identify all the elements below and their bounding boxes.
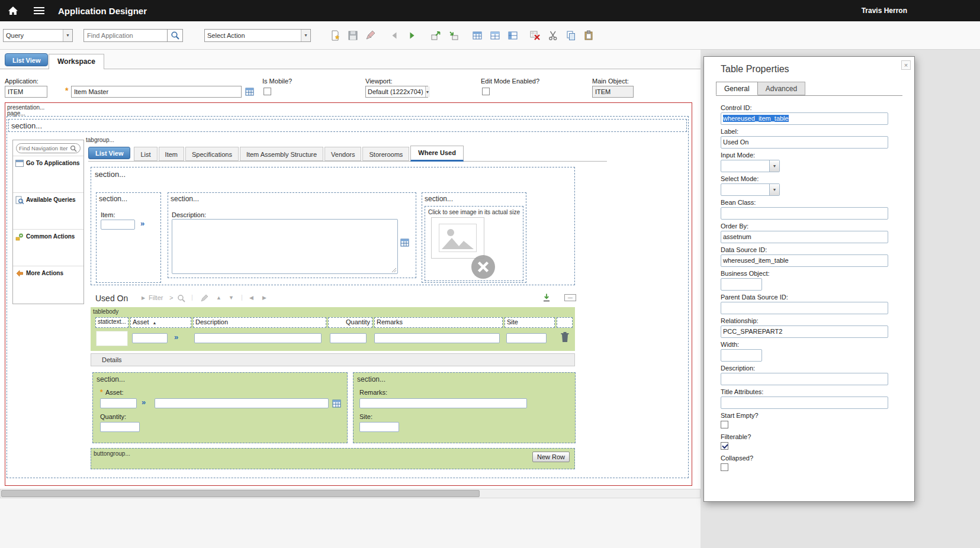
tab-advanced[interactable]: Advanced — [758, 82, 805, 95]
download-table-icon[interactable] — [542, 293, 551, 302]
business-object-input[interactable] — [721, 278, 762, 291]
table-row[interactable]: » — [91, 330, 575, 350]
inner-tab-where-used[interactable]: Where Used — [410, 146, 464, 162]
item-input[interactable] — [101, 220, 135, 230]
inner-tab-list[interactable]: List — [134, 147, 157, 161]
table-grid-button-3[interactable] — [505, 28, 520, 43]
relationship-input[interactable]: PCC_SPAREPART2 — [721, 325, 888, 338]
next-record-button[interactable] — [404, 28, 420, 43]
detail-menu-button[interactable] — [400, 238, 410, 249]
table-grid-button-1[interactable] — [470, 28, 485, 43]
scrollbar-thumb[interactable] — [1, 490, 480, 497]
clear-changes-button[interactable] — [363, 28, 378, 43]
tablebody-control[interactable]: tablebody statictext... Asset ▲ Descript… — [91, 307, 575, 351]
delete-control-button[interactable] — [528, 28, 543, 43]
user-name[interactable]: Travis Herron — [862, 0, 907, 21]
inner-tab-specifications[interactable]: Specifications — [185, 147, 239, 161]
application-description-input[interactable] — [71, 86, 242, 98]
application-id-input[interactable] — [5, 86, 47, 98]
copy-button[interactable] — [563, 28, 579, 43]
save-button[interactable] — [345, 28, 361, 43]
asset-cell-input[interactable] — [132, 333, 168, 343]
item-section[interactable]: section... Item: » — [96, 192, 161, 283]
collapsed-checkbox[interactable] — [721, 463, 728, 471]
column-header-remarks[interactable]: Remarks — [374, 317, 503, 328]
buttongroup-control[interactable]: buttongroup... New Row — [91, 448, 575, 469]
previous-record-button[interactable] — [387, 28, 402, 43]
image-frame[interactable]: Click to see image in its actual size — [425, 206, 523, 281]
paste-button[interactable] — [581, 28, 596, 43]
new-record-button[interactable] — [327, 28, 343, 43]
title-attributes-input[interactable] — [721, 397, 888, 409]
site-cell-input[interactable] — [506, 333, 547, 343]
section-control-strip[interactable]: section... — [8, 119, 687, 132]
query-select[interactable]: Query ▼ — [3, 29, 73, 42]
previous-page-icon[interactable]: ◀ — [249, 295, 253, 301]
minimize-table-button[interactable]: — — [564, 294, 576, 301]
asset-input[interactable] — [100, 398, 137, 408]
menu-button[interactable] — [26, 0, 52, 21]
parent-data-source-id-input[interactable] — [721, 302, 888, 314]
image-section[interactable]: section... Click to see image in its act… — [422, 192, 526, 283]
remarks-input[interactable] — [359, 398, 527, 408]
is-mobile-checkbox[interactable] — [264, 88, 271, 95]
move-up-icon[interactable]: ▲ — [216, 295, 221, 301]
column-header-quantity[interactable]: Quantity — [328, 317, 372, 328]
find-application-search-button[interactable] — [168, 29, 183, 42]
label-input[interactable]: Used On — [721, 136, 888, 149]
design-canvas[interactable]: presentation... page... section... Go To… — [5, 102, 692, 486]
description-section[interactable]: section... Description: — [168, 192, 416, 278]
filter-search-icon[interactable] — [177, 294, 185, 302]
order-by-input[interactable]: assetnum — [721, 231, 888, 243]
select-value-chevron-icon[interactable]: » — [140, 219, 144, 228]
close-icon[interactable]: × — [901, 60, 911, 70]
column-header-site[interactable]: Site — [505, 317, 555, 328]
site-input[interactable] — [359, 422, 399, 432]
inner-tab-item[interactable]: Item — [159, 147, 184, 161]
tab-workspace[interactable]: Workspace — [49, 54, 104, 70]
filter-label[interactable]: Filter — [149, 294, 163, 301]
find-navigation-search[interactable] — [16, 143, 81, 153]
column-header-asset[interactable]: Asset ▲ — [130, 317, 191, 328]
select-action-dropdown[interactable]: Select Action ▼ — [204, 29, 311, 42]
new-row-button[interactable]: New Row — [532, 452, 570, 462]
table-grid-button-2[interactable] — [487, 28, 503, 43]
export-screen-button[interactable] — [428, 28, 444, 43]
detail-menu-button[interactable] — [245, 87, 255, 98]
edit-filter-pencil-icon[interactable] — [200, 294, 208, 302]
inner-tab-vendors[interactable]: Vendors — [324, 147, 361, 161]
asset-description-input[interactable] — [155, 398, 329, 408]
control-id-input[interactable]: whereused_item_table — [721, 112, 888, 125]
data-source-id-input[interactable]: whereused_item_table — [721, 254, 888, 267]
nav-item-more-actions[interactable]: More Actions — [13, 266, 83, 302]
select-mode-select[interactable]: ▼ — [721, 183, 780, 196]
resize-grip-icon[interactable] — [391, 267, 397, 273]
bean-class-input[interactable] — [721, 207, 888, 220]
inner-tab-item-assembly-structure[interactable]: Item Assembly Structure — [240, 147, 323, 161]
details-right-section[interactable]: section... Remarks: Site: — [353, 372, 576, 443]
tab-list-view[interactable]: List View — [5, 53, 48, 66]
nav-item-go-to-applications[interactable]: Go To Applications — [13, 156, 83, 192]
tab-general[interactable]: General — [716, 82, 758, 95]
find-navigation-input[interactable] — [19, 145, 70, 151]
detail-menu-button[interactable] — [332, 399, 342, 410]
move-down-icon[interactable]: ▼ — [229, 295, 234, 301]
remarks-cell-input[interactable] — [374, 333, 500, 343]
filterable-checkbox[interactable] — [721, 442, 728, 450]
select-value-chevron-icon[interactable]: » — [174, 333, 178, 341]
nav-item-common-actions[interactable]: Common Actions — [13, 229, 83, 266]
home-button[interactable] — [0, 0, 26, 21]
width-input[interactable] — [721, 349, 762, 362]
description-input[interactable] — [721, 373, 888, 385]
import-screen-button[interactable] — [446, 28, 461, 43]
delete-row-trash-icon[interactable] — [560, 331, 570, 343]
viewport-select[interactable]: Default (1222x704) ▼ — [365, 86, 428, 98]
tabgroup-control-label[interactable]: tabgroup... — [86, 137, 114, 143]
where-used-section[interactable]: section... section... Item: » section...… — [91, 167, 575, 285]
select-value-chevron-icon[interactable]: » — [142, 398, 146, 407]
find-application-input[interactable] — [83, 29, 168, 42]
details-left-section[interactable]: section... * Asset: » Quantity: — [92, 372, 348, 443]
quantity-input[interactable] — [100, 422, 140, 432]
column-header-description[interactable]: Description — [193, 317, 326, 328]
horizontal-scrollbar[interactable] — [0, 489, 701, 498]
